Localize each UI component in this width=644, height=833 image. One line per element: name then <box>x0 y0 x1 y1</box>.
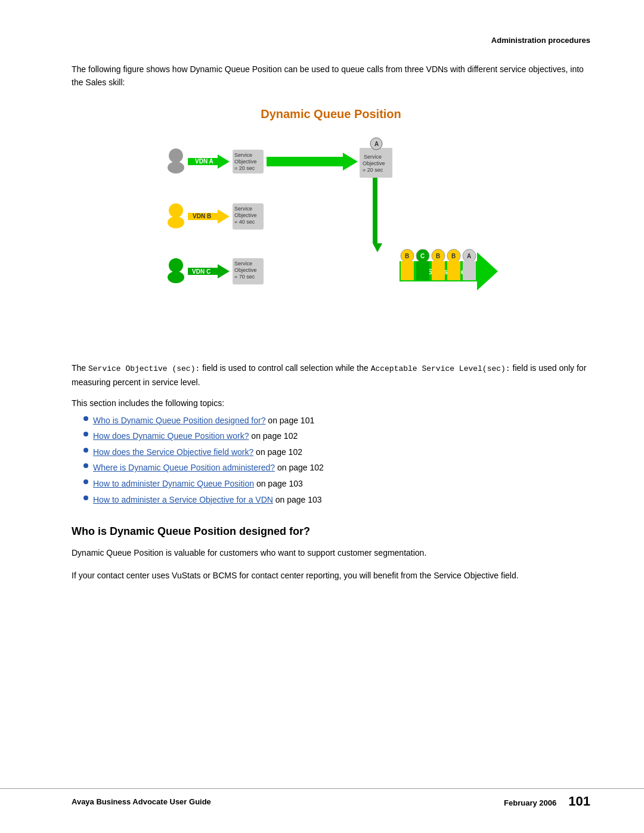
list-item: Where is Dynamic Queue Position administ… <box>83 460 590 476</box>
svg-point-16 <box>168 216 184 228</box>
footer-right: February 2006 101 <box>504 794 590 809</box>
svg-rect-45 <box>447 261 460 280</box>
list-item-text: Who is Dynamic Queue Position designed f… <box>93 413 314 429</box>
section1-para2: If your contact center uses VuStats or B… <box>72 569 590 583</box>
code-acceptable-sl: Acceptable Service Level(sec): <box>371 364 510 373</box>
header-text: Administration procedures <box>491 36 590 45</box>
link-who-designed[interactable]: Who is Dynamic Queue Position designed f… <box>93 416 265 425</box>
list-item-text: How does Dynamic Queue Position work? on… <box>93 428 298 444</box>
list-item-text: Where is Dynamic Queue Position administ… <box>93 460 324 476</box>
list-item: How to administer Dynamic Queue Position… <box>83 476 590 492</box>
svg-marker-8 <box>267 153 358 171</box>
svg-text:Objective: Objective <box>234 267 257 273</box>
svg-text:= 40 sec: = 40 sec <box>234 219 255 225</box>
svg-text:Objective: Objective <box>234 159 257 165</box>
bullet-dot <box>83 432 88 436</box>
svg-text:B: B <box>436 253 440 259</box>
bullet-dot <box>83 479 88 484</box>
svg-rect-39 <box>416 261 429 280</box>
bullet-dot <box>83 463 88 468</box>
list-item: Who is Dynamic Queue Position designed f… <box>83 413 590 429</box>
body-para-1: The Service Objective (sec): field is us… <box>72 361 590 390</box>
link-where-administered[interactable]: Where is Dynamic Queue Position administ… <box>93 463 275 472</box>
svg-text:Objective: Objective <box>234 212 257 218</box>
svg-rect-48 <box>463 261 476 280</box>
svg-point-15 <box>169 203 183 218</box>
svg-text:VDN B: VDN B <box>193 213 211 219</box>
diagram-title: Dynamic Queue Position <box>261 107 401 121</box>
intro-paragraph: The following figure shows how Dynamic Q… <box>72 63 590 89</box>
svg-text:Objective: Objective <box>363 160 385 166</box>
code-service-obj: Service Objective (sec): <box>88 364 200 373</box>
page-footer: Avaya Business Advocate User Guide Febru… <box>0 788 644 809</box>
svg-text:Service: Service <box>234 261 252 267</box>
header-right: Administration procedures <box>72 36 590 45</box>
diagram-container: Dynamic Queue Position VDN A Service Obj… <box>72 107 590 337</box>
link-how-administer-dqp[interactable]: How to administer Dynamic Queue Position <box>93 479 254 488</box>
section1-heading: Who is Dynamic Queue Position designed f… <box>72 525 590 538</box>
svg-text:Service: Service <box>364 154 382 160</box>
list-item-text: How to administer a Service Objective fo… <box>93 492 322 508</box>
list-item-text: How does the Service Objective field wor… <box>93 444 302 460</box>
svg-point-25 <box>168 271 184 283</box>
svg-text:= 70 sec: = 70 sec <box>234 274 255 280</box>
list-item-text: How to administer Dynamic Queue Position… <box>93 476 303 492</box>
svg-text:Service: Service <box>234 206 252 212</box>
svg-text:= 20 sec: = 20 sec <box>363 167 383 173</box>
svg-text:C: C <box>420 253 425 259</box>
svg-text:VDN A: VDN A <box>195 158 213 165</box>
bullet-dot <box>83 416 88 421</box>
svg-text:A: A <box>374 141 379 147</box>
footer-left: Avaya Business Advocate User Guide <box>72 797 211 806</box>
list-item: How does Dynamic Queue Position work? on… <box>83 428 590 444</box>
svg-rect-36 <box>401 261 414 280</box>
svg-text:VDN C: VDN C <box>192 268 210 275</box>
svg-point-24 <box>169 258 183 272</box>
bullet-dot <box>83 448 88 453</box>
list-item: How does the Service Objective field wor… <box>83 444 590 460</box>
svg-text:B: B <box>405 253 409 259</box>
diagram-svg: VDN A Service Objective = 20 sec A Servi… <box>152 133 510 337</box>
svg-marker-23 <box>373 178 382 252</box>
svg-point-0 <box>169 148 183 163</box>
link-how-administer-vdn[interactable]: How to administer a Service Objective fo… <box>93 495 273 504</box>
link-service-obj-field[interactable]: How does the Service Objective field wor… <box>93 447 253 457</box>
link-how-works[interactable]: How does Dynamic Queue Position work? <box>93 431 249 441</box>
footer-page: 101 <box>568 794 590 809</box>
svg-point-1 <box>168 162 184 174</box>
topics-intro: This section includes the following topi… <box>72 398 590 408</box>
page: Administration procedures The following … <box>0 0 644 833</box>
topics-list: Who is Dynamic Queue Position designed f… <box>83 413 590 508</box>
svg-text:= 20 sec: = 20 sec <box>234 165 255 171</box>
svg-rect-42 <box>432 261 445 280</box>
footer-date: February 2006 <box>504 798 556 807</box>
svg-text:B: B <box>451 253 456 259</box>
svg-text:A: A <box>467 253 471 259</box>
list-item: How to administer a Service Objective fo… <box>83 492 590 508</box>
bullet-dot <box>83 496 88 500</box>
section1-para1: Dynamic Queue Position is valuable for c… <box>72 546 590 561</box>
svg-text:Service: Service <box>234 152 252 158</box>
